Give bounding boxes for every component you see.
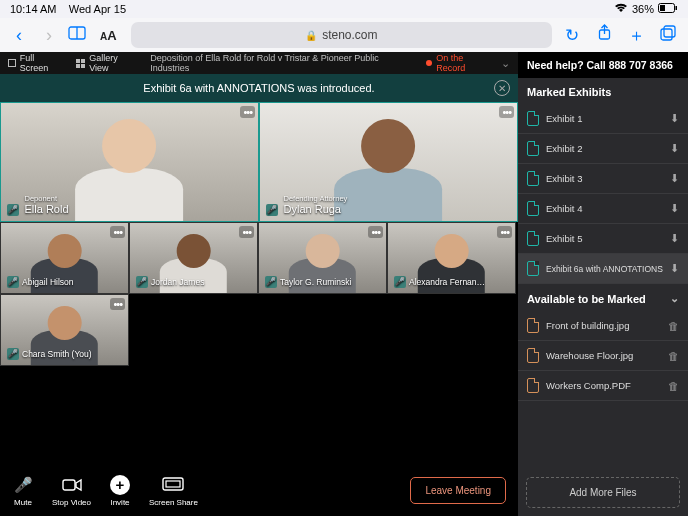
invite-button[interactable]: + Invite [109, 474, 131, 507]
participant-role: Defending Attorney [284, 195, 348, 204]
battery-icon [658, 3, 678, 15]
mic-icon: 🎤 [7, 348, 19, 360]
exhibit-row[interactable]: Exhibit 4 ⬇ [518, 194, 688, 224]
screen-share-button[interactable]: Screen Share [149, 474, 198, 507]
download-icon[interactable]: ⬇ [670, 232, 679, 245]
safari-toolbar: ‹ › AA 🔒 steno.com ↻ ＋ [0, 18, 688, 52]
stop-video-button[interactable]: Stop Video [52, 474, 91, 507]
file-label: Workers Comp.PDF [546, 380, 631, 391]
video-tile-main[interactable]: ••• 🎤 Deponent Ella Rold [0, 102, 259, 222]
video-tile-thumb[interactable]: ••• 🎤Abigail Hilson [0, 222, 129, 294]
exhibit-label: Exhibit 5 [546, 233, 582, 244]
exhibit-row[interactable]: Exhibit 1 ⬇ [518, 104, 688, 134]
document-icon [527, 201, 539, 216]
available-file-row[interactable]: Warehouse Floor.jpg 🗑 [518, 341, 688, 371]
tile-menu-icon[interactable]: ••• [240, 106, 255, 118]
svg-rect-8 [664, 26, 675, 37]
exhibit-sidebar: Need help? Call 888 707 8366 Marked Exhi… [518, 52, 688, 516]
meeting-controls: 🎤 Mute Stop Video + Invite Screen Share … [0, 464, 518, 516]
participant-name: Abigail Hilson [22, 277, 74, 287]
mute-button[interactable]: 🎤 Mute [12, 474, 34, 507]
exhibit-row[interactable]: Exhibit 2 ⬇ [518, 134, 688, 164]
exhibit-row[interactable]: Exhibit 6a with ANNOTATIONS ⬇ [518, 254, 688, 284]
participant-name: Jordan James [151, 277, 204, 287]
tile-menu-icon[interactable]: ••• [368, 226, 383, 238]
svg-rect-1 [676, 6, 678, 10]
fullscreen-button[interactable]: Full Screen [8, 53, 64, 73]
download-icon[interactable]: ⬇ [670, 202, 679, 215]
back-button[interactable]: ‹ [8, 25, 30, 46]
url-bar[interactable]: 🔒 steno.com [131, 22, 552, 48]
document-icon [527, 261, 539, 276]
mic-icon: 🎤 [7, 204, 19, 216]
fullscreen-label: Full Screen [20, 53, 64, 73]
video-tile-thumb[interactable]: ••• 🎤Jordan James [129, 222, 258, 294]
video-tile-thumb[interactable]: ••• 🎤Taylor G. Ruminski [258, 222, 387, 294]
available-file-row[interactable]: Workers Comp.PDF 🗑 [518, 371, 688, 401]
tile-menu-icon[interactable]: ••• [499, 106, 514, 118]
notification-banner: Exhibit 6a with ANNOTATIONS was introduc… [0, 74, 518, 102]
video-grid: ••• 🎤 Deponent Ella Rold ••• 🎤 [0, 102, 518, 464]
trash-icon[interactable]: 🗑 [668, 320, 679, 332]
text-size-button[interactable]: AA [94, 28, 123, 43]
gallery-view-button[interactable]: Gallery View [76, 53, 138, 73]
document-icon [527, 231, 539, 246]
download-icon[interactable]: ⬇ [670, 262, 679, 275]
video-tile-thumb[interactable]: ••• 🎤Alexandra Fernan… [387, 222, 516, 294]
svg-rect-2 [660, 5, 665, 11]
exhibit-row[interactable]: Exhibit 5 ⬇ [518, 224, 688, 254]
exhibit-row[interactable]: Exhibit 3 ⬇ [518, 164, 688, 194]
wifi-icon [614, 3, 628, 15]
tile-menu-icon[interactable]: ••• [239, 226, 254, 238]
document-icon [527, 171, 539, 186]
marked-exhibits-title: Marked Exhibits [518, 78, 688, 104]
video-tile-thumb[interactable]: ••• 🎤Chara Smith (You) [0, 294, 129, 366]
close-icon[interactable]: ✕ [494, 80, 510, 96]
available-title[interactable]: Available to be Marked ⌄ [518, 284, 688, 311]
forward-button[interactable]: › [38, 25, 60, 46]
participant-role: Deponent [25, 195, 69, 204]
svg-marker-10 [76, 480, 81, 490]
new-tab-button[interactable]: ＋ [624, 24, 648, 47]
participant-name: Taylor G. Ruminski [280, 277, 351, 287]
participant-name: Dylan Ruga [284, 203, 341, 215]
exhibit-label: Exhibit 2 [546, 143, 582, 154]
document-icon [527, 318, 539, 333]
download-icon[interactable]: ⬇ [670, 172, 679, 185]
document-icon [527, 111, 539, 126]
tile-menu-icon[interactable]: ••• [497, 226, 512, 238]
exhibit-label: Exhibit 6a with ANNOTATIONS [546, 264, 663, 274]
ipad-status-bar: 10:14 AM Wed Apr 15 36% [0, 0, 688, 18]
exhibit-label: Exhibit 3 [546, 173, 582, 184]
trash-icon[interactable]: 🗑 [668, 350, 679, 362]
document-icon [527, 348, 539, 363]
video-tile-main[interactable]: ••• 🎤 Defending Attorney Dylan Ruga [259, 102, 518, 222]
chevron-down-icon[interactable]: ⌄ [501, 57, 510, 70]
banner-text: Exhibit 6a with ANNOTATIONS was introduc… [143, 82, 374, 94]
tile-menu-icon[interactable]: ••• [110, 298, 125, 310]
document-icon [527, 378, 539, 393]
leave-meeting-button[interactable]: Leave Meeting [410, 477, 506, 504]
download-icon[interactable]: ⬇ [670, 142, 679, 155]
camera-icon [61, 474, 83, 496]
available-file-row[interactable]: Front of building.jpg 🗑 [518, 311, 688, 341]
participant-name: Alexandra Fernan… [409, 277, 485, 287]
download-icon[interactable]: ⬇ [670, 112, 679, 125]
document-icon [527, 141, 539, 156]
chevron-down-icon: ⌄ [670, 292, 679, 305]
tile-menu-icon[interactable]: ••• [110, 226, 125, 238]
lock-icon: 🔒 [305, 30, 317, 41]
help-banner: Need help? Call 888 707 8366 [518, 52, 688, 78]
mic-icon: 🎤 [265, 276, 277, 288]
stage-toolbar: Full Screen Gallery View Deposition of E… [0, 52, 518, 74]
file-label: Front of building.jpg [546, 320, 629, 331]
bookmarks-icon[interactable] [68, 26, 86, 44]
share-button[interactable] [592, 24, 616, 46]
add-files-button[interactable]: Add More Files [526, 477, 680, 508]
svg-rect-7 [661, 29, 672, 40]
status-date: Wed Apr 15 [69, 3, 126, 15]
tabs-button[interactable] [656, 25, 680, 46]
trash-icon[interactable]: 🗑 [668, 380, 679, 392]
reload-button[interactable]: ↻ [560, 25, 584, 46]
mic-icon: 🎤 [394, 276, 406, 288]
